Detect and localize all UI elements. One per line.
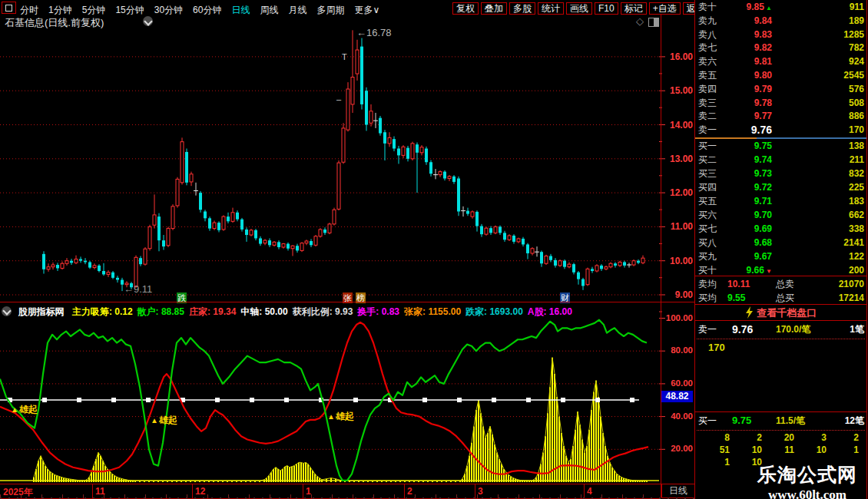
book-row-买四[interactable]: 买四9.72225 [695, 180, 867, 194]
book-row-卖九[interactable]: 卖九9.84189 [695, 14, 867, 28]
indicator-tick: 100.00 [662, 313, 693, 322]
toolbar-button-标记[interactable]: 标记 [621, 2, 647, 15]
svg-text:T: T [342, 52, 347, 61]
indicator-field: 庄家: 19.34 [189, 306, 236, 316]
signal-xiongqi: 雄起 [335, 411, 354, 421]
book-row-买五[interactable]: 买五9.71183 [695, 194, 867, 208]
book-row-卖十[interactable]: 卖十9.85 ▲911 [695, 0, 867, 14]
book-row-买九[interactable]: 买九9.67122 [695, 250, 867, 263]
indicator-field: 中轴: 50.00 [240, 306, 287, 316]
price-tick: 11.00 [662, 221, 693, 232]
split-window-icon[interactable] [648, 18, 659, 27]
book-row-卖六[interactable]: 卖六9.81924 [695, 55, 867, 68]
price-tick: 9.00 [662, 289, 693, 300]
queue-cell: 10 [731, 444, 762, 455]
book-row-买八[interactable]: 买八9.682141 [695, 236, 867, 250]
book-row-买七[interactable]: 买七9.69338 [695, 222, 867, 236]
indicator-source: 股朋指标网 [18, 306, 64, 316]
chart-canvas[interactable]: ←16.78←9.11T–▲雄起▲雄起▲雄起 [0, 0, 694, 499]
toolbar-button-复权[interactable]: 复权 [452, 2, 479, 15]
book-row-卖一[interactable]: 卖一9.76170 [695, 123, 867, 137]
price-tick: 13.00 [662, 154, 693, 164]
price-tick: 10.00 [662, 256, 693, 266]
queue-cell: 2 [731, 432, 762, 443]
indicator-tick: 80.00 [662, 345, 693, 355]
queue-cell: 51 [699, 444, 730, 455]
indicator-tick: 40.00 [662, 411, 693, 421]
buy-one-detail[interactable]: 买一 9.75 11.5/笔 12笔 [695, 414, 867, 428]
svg-text:–: – [336, 94, 342, 104]
queue-cell: 2 [828, 432, 859, 443]
book-row-买六[interactable]: 买六9.70662 [695, 208, 867, 222]
indicator-field: A股: 16.00 [528, 306, 572, 316]
price-tick: 16.00 [662, 51, 693, 62]
signal-triangle-icon: ▲ [11, 405, 18, 414]
app-window: ←16.78←9.11T–▲雄起▲雄起▲雄起 分时1分钟5分钟15分钟30分钟6… [0, 0, 868, 499]
book-row-卖四[interactable]: 卖四9.79576 [695, 82, 867, 96]
top-menu-bar: 分时1分钟5分钟15分钟30分钟60分钟日线周线月线多周期更多∨ 复权叠加多股统… [0, 0, 694, 15]
book-row-买三[interactable]: 买三9.73832 [695, 167, 867, 180]
toolbar-button-统计[interactable]: 统计 [538, 2, 564, 15]
indicator-header: 股朋指标网 主力吸筹: 0.12散户: 88.85庄家: 19.34中轴: 50… [2, 305, 659, 316]
book-row-卖二[interactable]: 卖二9.77886 [695, 109, 867, 123]
price-tick: 12.00 [662, 187, 693, 198]
indicator-field: 获利比例: 9.93 [293, 306, 353, 316]
toolbar-button-叠加[interactable]: 叠加 [481, 2, 507, 15]
lightning-icon [745, 306, 754, 319]
signal-xiongqi: 雄起 [158, 415, 177, 425]
sell-one-detail[interactable]: 卖一 9.76 170.0/笔 1笔 [695, 322, 867, 336]
queue-cell: 3 [796, 432, 827, 443]
diamond-icon[interactable]: ◇ [636, 15, 644, 27]
toolbar-button-+自选[interactable]: +自选 [649, 2, 681, 15]
indicator-axis-badge: 48.82 [661, 391, 693, 402]
queue-cell: 1 [699, 457, 730, 468]
book-row-买一[interactable]: 买一9.75138 [695, 139, 867, 153]
menu-right: 复权叠加多股统计画线F10标记+自选返回 [452, 1, 711, 15]
queue-cell: 11 [764, 444, 794, 455]
page-title: 石基信息(日线.前复权) [5, 16, 104, 30]
toolbar-button-多股[interactable]: 多股 [509, 2, 535, 15]
book-row-卖三[interactable]: 卖三9.78508 [695, 96, 867, 110]
queue-cell: 8 [699, 432, 730, 443]
indicator-field: 主力吸筹: 0.12 [72, 306, 133, 316]
chevron-down-icon[interactable] [143, 16, 153, 26]
toolbar-button-画线[interactable]: 画线 [566, 2, 592, 15]
indicator-tick: 60.00 [662, 378, 693, 388]
signal-triangle-icon: ▲ [327, 412, 335, 421]
indicator-field: 换手: 0.83 [357, 306, 399, 316]
indicator-field: 跌家: 1693.00 [465, 306, 523, 316]
book-row-卖七[interactable]: 卖七9.82782 [695, 41, 867, 55]
indicator-collapse-icon[interactable] [2, 306, 12, 316]
chart-title-row: 石基信息(日线.前复权) ◇ [0, 15, 661, 28]
time-axis[interactable]: 2025年11121234 [0, 484, 661, 499]
watermark: 乐淘公式网 www.60lt.com [757, 462, 857, 499]
book-row-买二[interactable]: 买二9.74211 [695, 153, 867, 167]
signal-xiongqi: 雄起 [18, 404, 38, 415]
signal-triangle-icon: ▲ [151, 416, 158, 425]
thousand-depth-link[interactable]: 查看千档盘口 [695, 306, 866, 319]
book-row-卖五[interactable]: 卖五9.802545 [695, 68, 867, 82]
avg-row: 卖均10.11总卖21070 [695, 277, 867, 291]
queue-cell: 1 [828, 444, 859, 455]
sell-queue-item: 170 [708, 342, 725, 353]
queue-cell: 20 [764, 432, 794, 443]
price-tick: 14.00 [662, 120, 693, 131]
indicator-field: 散户: 88.85 [137, 306, 184, 316]
avg-row: 买均9.55总买17214 [695, 291, 867, 305]
period-box[interactable]: 日线 [661, 484, 695, 498]
indicator-field: 张家: 1155.00 [404, 306, 461, 316]
indicator-tick: 20.00 [662, 444, 693, 453]
price-tick: 15.00 [662, 85, 693, 96]
queue-cell: 10 [796, 444, 827, 455]
svg-text:←16.78: ←16.78 [356, 27, 392, 38]
toolbar-button-F10[interactable]: F10 [595, 2, 618, 15]
book-row-卖八[interactable]: 卖八9.831285 [695, 28, 867, 41]
indicator-fields: 主力吸筹: 0.12散户: 88.85庄家: 19.34中轴: 50.00获利比… [72, 305, 577, 316]
order-book-panel: 卖十9.85 ▲911卖九9.84189卖八9.831285卖七9.82782卖… [695, 0, 866, 499]
window-panel-icon[interactable] [2, 2, 16, 14]
svg-text:←9.11: ←9.11 [124, 283, 152, 295]
